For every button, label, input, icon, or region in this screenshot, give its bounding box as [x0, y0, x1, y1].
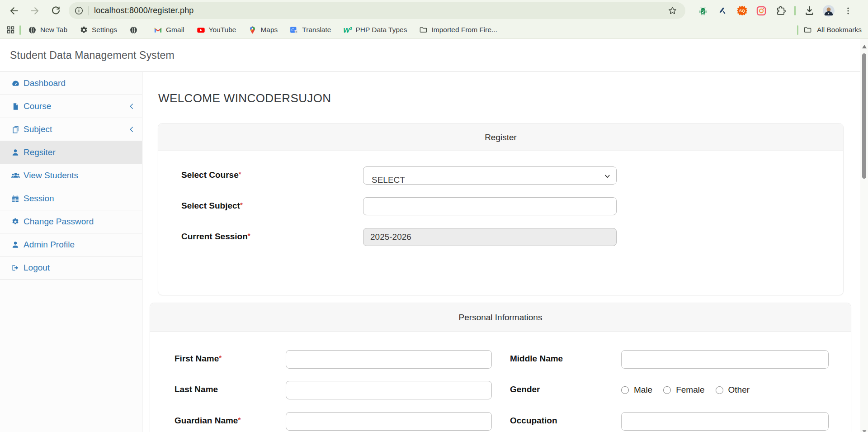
required-asterisk: * — [238, 416, 241, 423]
current-session-label: Current Session* — [181, 228, 363, 242]
folder-icon — [419, 26, 428, 34]
folder-icon — [803, 26, 812, 34]
calendar-icon — [10, 194, 20, 203]
last-name-label: Last Name — [175, 381, 286, 394]
register-card-title: Register — [158, 123, 843, 151]
back-button[interactable] — [6, 3, 22, 19]
svg-text:G: G — [292, 27, 295, 32]
required-asterisk: * — [239, 170, 241, 178]
bookmark-maps[interactable]: Maps — [248, 26, 278, 34]
scrollbar-thumb[interactable] — [862, 53, 866, 179]
gender-option-label: Male — [634, 385, 652, 395]
users-icon — [10, 171, 20, 180]
w3schools-icon: W3 — [343, 26, 352, 34]
sq-extension-icon[interactable]: SQ — [736, 5, 748, 17]
image-search-extension-icon[interactable] — [755, 5, 767, 17]
sidebar-item-change-password[interactable]: Change Password — [0, 210, 142, 233]
first-name-label: First Name* — [175, 350, 286, 364]
middle-name-input[interactable] — [621, 350, 829, 369]
select-subject-row: Select Subject* — [181, 197, 843, 215]
sidebar-item-dashboard[interactable]: Dashboard — [0, 72, 142, 95]
select-course-row: Select Course* SELECT — [181, 166, 843, 185]
gender-label: Gender — [510, 381, 621, 394]
sidebar-item-course[interactable]: Course — [0, 95, 142, 118]
bookmark-php-data-types[interactable]: W3 PHP Data Types — [343, 26, 407, 34]
sidebar-item-register[interactable]: Regsiter — [0, 141, 142, 164]
sidebar-item-admin-profile[interactable]: Admin Profile — [0, 233, 142, 256]
personal-row-3: Guardian Name* Occupation — [150, 412, 851, 431]
site-info-icon[interactable] — [74, 6, 84, 15]
downloads-icon[interactable] — [803, 5, 815, 17]
course-select-value: SELECT — [372, 175, 616, 185]
bookmark-translate[interactable]: Gx Translate — [290, 26, 331, 34]
guardian-name-input[interactable] — [286, 412, 492, 431]
session-input — [363, 228, 617, 246]
bookmarks-bar: New Tab Settings Gmail YouTube Maps Gx T… — [0, 21, 868, 39]
maps-pin-icon — [248, 26, 257, 34]
last-name-input[interactable] — [286, 381, 492, 399]
personal-row-1: First Name* Middle Name — [150, 350, 851, 369]
gender-radio-male[interactable] — [621, 386, 629, 394]
occupation-label: Occupation — [510, 412, 621, 426]
reload-button[interactable] — [48, 3, 63, 19]
gender-radio-other[interactable] — [716, 386, 723, 394]
sidebar-item-session[interactable]: Session — [0, 187, 142, 210]
personal-card-title: Personal Informations — [150, 303, 851, 332]
gender-radio-female[interactable] — [663, 386, 671, 394]
page-scrollbar[interactable] — [860, 39, 868, 432]
bookmark-globe[interactable] — [129, 26, 142, 34]
globe-icon — [28, 26, 37, 34]
first-name-input[interactable] — [286, 350, 492, 369]
guardian-name-label: Guardian Name* — [175, 412, 286, 426]
address-bar[interactable]: localhost:8000/register.php — [69, 2, 685, 19]
current-session-row: Current Session* — [181, 228, 843, 246]
sidebar-nav: Dashboard Course Subject Regsiter View S… — [0, 72, 142, 432]
chevron-left-icon — [127, 102, 136, 110]
app-header: Student Data Management System — [0, 39, 860, 72]
reload-icon — [51, 6, 61, 15]
sidebar-item-logout[interactable]: Logout — [0, 256, 142, 280]
gender-radio-group: Male Female Other — [621, 381, 755, 395]
bookmark-youtube[interactable]: YouTube — [197, 26, 236, 34]
dev-tool-extension-icon[interactable] — [717, 5, 728, 17]
bookmark-gmail[interactable]: Gmail — [154, 26, 184, 34]
bookmark-settings[interactable]: Settings — [80, 26, 117, 34]
main-content: WELCOME WINCODERSUJON Register Select Co… — [143, 72, 860, 432]
browser-window: localhost:8000/register.php SQ — [0, 0, 868, 432]
occupation-input[interactable] — [621, 412, 829, 431]
select-course-label: Select Course* — [181, 166, 363, 180]
required-asterisk: * — [240, 201, 243, 209]
apps-grid-icon[interactable] — [6, 26, 15, 34]
bookmark-imported-folder[interactable]: Imported From Fire... — [419, 26, 497, 34]
extensions-puzzle-icon[interactable] — [775, 5, 787, 17]
browser-toolbar: localhost:8000/register.php SQ — [0, 0, 868, 21]
android-extension-icon[interactable] — [697, 5, 709, 17]
scroll-up-arrow[interactable] — [862, 45, 867, 48]
scroll-down-arrow[interactable] — [862, 430, 867, 432]
file-icon — [10, 102, 20, 111]
sidebar-item-subject[interactable]: Subject — [0, 118, 142, 141]
url-text[interactable]: localhost:8000/register.php — [94, 6, 665, 15]
divider — [797, 25, 798, 35]
all-bookmarks-button[interactable]: All Bookmarks — [817, 26, 862, 34]
bookmark-star-icon[interactable] — [665, 4, 679, 18]
svg-text:SQ: SQ — [739, 9, 745, 13]
gender-option-label: Other — [728, 385, 750, 395]
gear-icon — [10, 217, 20, 226]
copy-icon — [10, 125, 20, 134]
sidebar-item-view-students[interactable]: View Students — [0, 164, 142, 187]
divider — [88, 6, 89, 15]
chrome-menu-icon[interactable] — [842, 5, 854, 17]
profile-avatar[interactable] — [823, 5, 835, 17]
youtube-icon — [197, 26, 205, 34]
required-asterisk: * — [219, 354, 222, 361]
chevron-down-icon — [604, 173, 611, 180]
extension-area: SQ — [697, 5, 860, 17]
register-card: Register Select Course* SELECT Select Su… — [158, 123, 844, 295]
chevron-left-icon — [127, 125, 136, 133]
subject-input[interactable] — [363, 197, 617, 215]
forward-button[interactable] — [27, 3, 42, 19]
bookmark-new-tab[interactable]: New Tab — [28, 26, 67, 34]
svg-text:x: x — [296, 30, 297, 33]
course-select[interactable]: SELECT — [363, 166, 617, 185]
